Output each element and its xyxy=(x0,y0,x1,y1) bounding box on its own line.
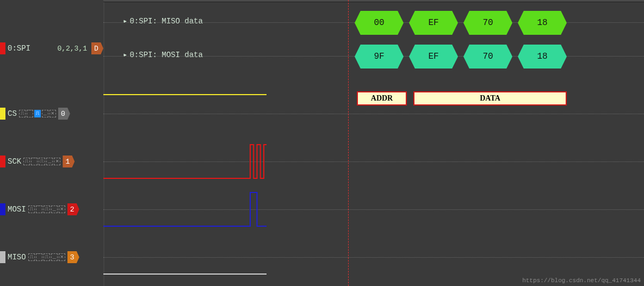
mosi-byte-0: 9F xyxy=(355,45,404,69)
waveform-canvas: 00 EF 70 18 9F EF 70 18 ADDR DATA xyxy=(103,0,644,286)
mosi-trigger-glyphs: ⎍‾⎍_✕ xyxy=(28,204,65,214)
mosi-waveform xyxy=(103,190,267,228)
mosi-marker: 2 xyxy=(67,203,79,215)
sck-marker: 1 xyxy=(63,156,75,167)
addr-box: ADDR xyxy=(357,91,407,105)
sck-waveform xyxy=(103,142,267,181)
miso-edge xyxy=(0,251,5,263)
miso-name: MISO xyxy=(5,253,26,262)
sck-trigger-glyphs: ⎍‾⎍_✕ xyxy=(23,157,60,166)
watermark: https://blog.csdn.net/qq_41741344 xyxy=(522,277,641,284)
row-sck: SCK ⎍‾⎍_✕ 1 xyxy=(0,152,103,171)
row-miso: MISO ⎍‾⎍_✕ 3 xyxy=(0,248,103,266)
miso-marker: 3 xyxy=(67,251,79,263)
data-box: DATA xyxy=(413,91,567,105)
sck-name: SCK xyxy=(5,157,21,166)
decoder-channel-id: 0,2,3,1 xyxy=(57,45,87,53)
mosi-edge xyxy=(0,203,5,215)
mosi-byte-1: EF xyxy=(409,45,458,69)
miso-waveform xyxy=(103,238,267,276)
miso-trigger-glyphs: ⎍‾⎍_✕ xyxy=(28,252,65,262)
cs-waveform xyxy=(103,92,267,135)
mosi-byte-2: 70 xyxy=(463,45,512,69)
cs-trigger-glyphs: ⎍‾⎍_✕ xyxy=(19,109,56,119)
row-mosi: MOSI ⎍‾⎍_✕ 2 xyxy=(0,200,103,219)
miso-byte-1: EF xyxy=(409,11,458,35)
decoder-channel-label: 0:SPI xyxy=(5,44,30,53)
cursor-vertical xyxy=(348,0,349,286)
decoder-marker: D xyxy=(91,42,103,54)
miso-byte-2: 70 xyxy=(463,11,512,35)
mosi-byte-3: 18 xyxy=(518,45,567,69)
cs-marker: 0 xyxy=(58,108,70,120)
miso-byte-0: 00 xyxy=(355,11,404,35)
sck-edge xyxy=(0,156,5,167)
mosi-name: MOSI xyxy=(5,205,26,214)
cs-name: CS xyxy=(5,109,17,118)
row-cs: CS ⎍‾⎍_✕ 0 xyxy=(0,104,103,123)
cs-edge xyxy=(0,108,5,120)
miso-byte-3: 18 xyxy=(518,11,567,35)
